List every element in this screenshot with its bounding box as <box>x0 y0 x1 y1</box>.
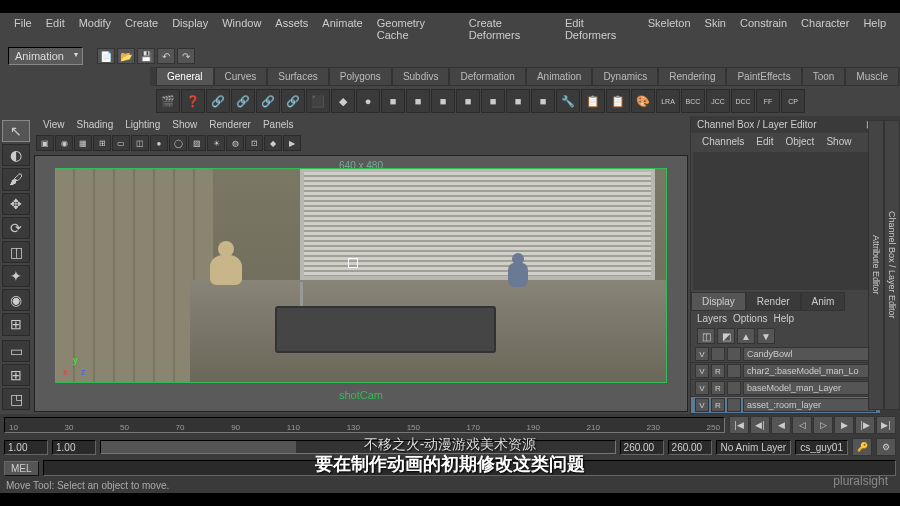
move-down-icon[interactable]: ▼ <box>757 328 775 344</box>
vp-menu-lighting[interactable]: Lighting <box>120 118 165 131</box>
layer-name[interactable]: char2_:baseModel_man_Lo <box>743 364 876 378</box>
vp-iso-icon[interactable]: ⊡ <box>245 135 263 151</box>
shelf-tab-painteffects[interactable]: PaintEffects <box>726 67 801 86</box>
layer-type-toggle[interactable]: R <box>711 381 725 395</box>
viewport[interactable]: 640 x 480 y x z shot <box>34 155 688 412</box>
channel-list[interactable] <box>693 152 878 290</box>
layer-color-swatch[interactable] <box>727 398 741 412</box>
menu-animate[interactable]: Animate <box>316 15 368 43</box>
vp-xray-icon[interactable]: ◍ <box>226 135 244 151</box>
play-back-icon[interactable]: ◁ <box>792 416 812 434</box>
shelf-btn-0[interactable]: 🎬 <box>156 89 180 113</box>
layer-row[interactable]: V R char2_:baseModel_man_Lo <box>691 363 880 380</box>
menu-window[interactable]: Window <box>216 15 267 43</box>
paint-select-tool-icon[interactable]: 🖌 <box>2 168 30 190</box>
layer-tab-display[interactable]: Display <box>691 292 746 311</box>
menu-edit[interactable]: Edit <box>40 15 71 43</box>
menu-create[interactable]: Create <box>119 15 164 43</box>
menu-help[interactable]: Help <box>857 15 892 43</box>
layer-visibility-toggle[interactable]: V <box>695 398 709 412</box>
shelf-btn-9[interactable]: ■ <box>381 89 405 113</box>
vp-menu-shading[interactable]: Shading <box>72 118 119 131</box>
shelf-btn-13[interactable]: ■ <box>481 89 505 113</box>
shelf-btn-FF[interactable]: FF <box>756 89 780 113</box>
shelf-btn-4[interactable]: 🔗 <box>256 89 280 113</box>
show-manip-tool-icon[interactable]: ⊞ <box>2 313 30 335</box>
character-set-dropdown[interactable]: cs_guy01 <box>795 440 848 455</box>
shelf-btn-LRA[interactable]: LRA <box>656 89 680 113</box>
vp-menu-view[interactable]: View <box>38 118 70 131</box>
layer-row[interactable]: V CandyBowl <box>691 346 880 363</box>
layer-row[interactable]: V R asset_:room_layer <box>691 397 880 414</box>
layout-four-icon[interactable]: ⊞ <box>2 364 30 386</box>
shelf-btn-11[interactable]: ■ <box>431 89 455 113</box>
layer-color-swatch[interactable] <box>727 381 741 395</box>
shelf-btn-16[interactable]: 🔧 <box>556 89 580 113</box>
undo-icon[interactable]: ↶ <box>157 48 175 64</box>
cmd-language-toggle[interactable]: MEL <box>4 461 39 476</box>
prefs-icon[interactable]: ⚙ <box>876 438 896 456</box>
shelf-btn-1[interactable]: ❓ <box>181 89 205 113</box>
shelf-tab-curves[interactable]: Curves <box>214 67 268 86</box>
side-tab-channelbox[interactable]: Channel Box / Layer Editor <box>884 120 900 410</box>
layout-single-icon[interactable]: ▭ <box>2 340 30 362</box>
vp-select-cam-icon[interactable]: ▣ <box>36 135 54 151</box>
menu-display[interactable]: Display <box>166 15 214 43</box>
menu-skin[interactable]: Skin <box>699 15 732 43</box>
time-ruler[interactable]: 1030507090110130150170190210230250 <box>4 417 725 433</box>
vp-shade-icon[interactable]: ● <box>150 135 168 151</box>
menu-modify[interactable]: Modify <box>73 15 117 43</box>
play-fwd-icon[interactable]: ▷ <box>813 416 833 434</box>
vp-hq-icon[interactable]: ◆ <box>264 135 282 151</box>
move-up-icon[interactable]: ▲ <box>737 328 755 344</box>
shelf-btn-19[interactable]: 🎨 <box>631 89 655 113</box>
shelf-btn-15[interactable]: ■ <box>531 89 555 113</box>
shelf-tab-subdivs[interactable]: Subdivs <box>392 67 450 86</box>
cb-menu-object[interactable]: Object <box>781 135 820 148</box>
layer-row[interactable]: V R baseModel_man_Layer <box>691 380 880 397</box>
layer-name[interactable]: baseModel_man_Layer <box>743 381 876 395</box>
step-fwd-key-icon[interactable]: |▶ <box>855 416 875 434</box>
mode-dropdown[interactable]: Animation <box>8 47 83 65</box>
layer-menu-options[interactable]: Options <box>733 313 767 324</box>
vp-menu-show[interactable]: Show <box>167 118 202 131</box>
range-start-field[interactable] <box>52 440 96 455</box>
shelf-tab-general[interactable]: General <box>156 67 214 86</box>
vp-menu-panels[interactable]: Panels <box>258 118 299 131</box>
vp-wire-icon[interactable]: ◯ <box>169 135 187 151</box>
anim-end-field[interactable] <box>668 440 712 455</box>
layer-type-toggle[interactable]: R <box>711 364 725 378</box>
new-scene-icon[interactable]: 📄 <box>97 48 115 64</box>
manipulator-tool-icon[interactable]: ✦ <box>2 265 30 287</box>
layer-menu-layers[interactable]: Layers <box>697 313 727 324</box>
layer-tab-render[interactable]: Render <box>746 292 801 311</box>
menu-geocache[interactable]: Geometry Cache <box>371 15 461 43</box>
menu-editdeformers[interactable]: Edit Deformers <box>559 15 640 43</box>
layout-persp-icon[interactable]: ◳ <box>2 388 30 410</box>
layer-name[interactable]: CandyBowl <box>743 347 876 361</box>
layer-color-swatch[interactable] <box>727 364 741 378</box>
shelf-tab-surfaces[interactable]: Surfaces <box>267 67 328 86</box>
scale-tool-icon[interactable]: ◫ <box>2 241 30 263</box>
shelf-btn-2[interactable]: 🔗 <box>206 89 230 113</box>
go-start-icon[interactable]: |◀ <box>729 416 749 434</box>
step-back-icon[interactable]: ◀ <box>771 416 791 434</box>
cb-menu-edit[interactable]: Edit <box>751 135 778 148</box>
vp-light-icon[interactable]: ☀ <box>207 135 225 151</box>
move-tool-icon[interactable]: ✥ <box>2 193 30 215</box>
range-end-field[interactable] <box>620 440 664 455</box>
menu-constrain[interactable]: Constrain <box>734 15 793 43</box>
anim-layer-dropdown[interactable]: No Anim Layer <box>716 440 792 455</box>
vp-render-icon[interactable]: ▶ <box>283 135 301 151</box>
save-scene-icon[interactable]: 💾 <box>137 48 155 64</box>
shelf-tab-animation[interactable]: Animation <box>526 67 592 86</box>
layer-color-swatch[interactable] <box>727 347 741 361</box>
go-end-icon[interactable]: ▶| <box>876 416 896 434</box>
shelf-btn-DCC[interactable]: DCC <box>731 89 755 113</box>
shelf-tab-muscle[interactable]: Muscle <box>845 67 899 86</box>
select-tool-icon[interactable]: ↖ <box>2 120 30 142</box>
cb-menu-show[interactable]: Show <box>821 135 856 148</box>
side-tab-attribute[interactable]: Attribute Editor <box>868 120 884 410</box>
shelf-tab-toon[interactable]: Toon <box>802 67 846 86</box>
shelf-btn-10[interactable]: ■ <box>406 89 430 113</box>
